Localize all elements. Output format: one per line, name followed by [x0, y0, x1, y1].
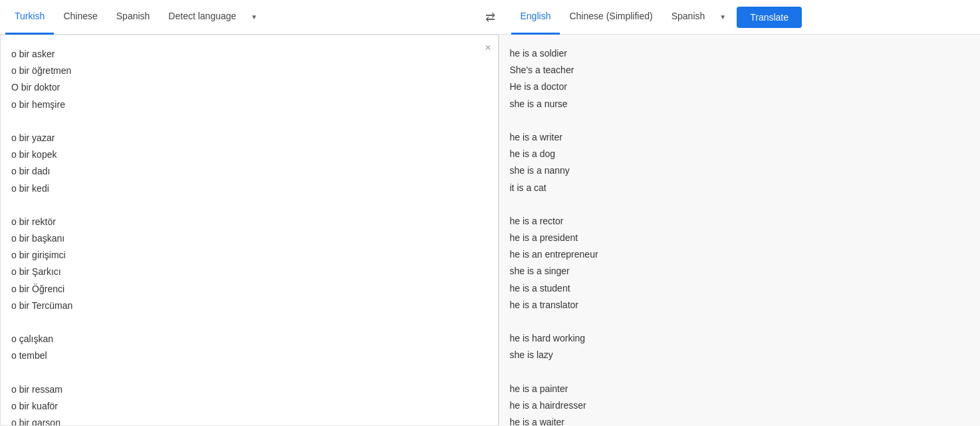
source-panel: × o bir asker o bir öğretmen O bir dokto…: [0, 35, 499, 426]
source-lang-dropdown[interactable]: ▼: [245, 0, 263, 35]
target-lang-dropdown[interactable]: ▼: [714, 0, 731, 35]
source-lang-spanish[interactable]: Spanish: [107, 0, 160, 35]
toolbar: Turkish Chinese Spanish Detect language …: [0, 0, 980, 35]
target-lang-chinese-simplified[interactable]: Chinese (Simplified): [560, 0, 662, 35]
target-lang-bar: English Chinese (Simplified) Spanish ▼ T…: [511, 0, 975, 35]
main-content: × o bir asker o bir öğretmen O bir dokto…: [0, 35, 980, 426]
source-lang-turkish[interactable]: Turkish: [5, 0, 54, 35]
target-lang-spanish[interactable]: Spanish: [662, 0, 715, 35]
clear-source-button[interactable]: ×: [485, 42, 491, 54]
translation-text: he is a soldier She's a teacher He is a …: [510, 45, 970, 426]
target-lang-english[interactable]: English: [511, 0, 560, 35]
source-lang-detect[interactable]: Detect language: [159, 0, 245, 35]
swap-languages-button[interactable]: ⇄: [475, 5, 506, 30]
source-lang-chinese[interactable]: Chinese: [54, 0, 106, 35]
source-text: o bir asker o bir öğretmen O bir doktor …: [11, 46, 471, 426]
target-lang-dropdown-arrow: ▼: [719, 13, 726, 21]
translate-button[interactable]: Translate: [737, 7, 802, 28]
source-lang-bar: Turkish Chinese Spanish Detect language …: [5, 0, 469, 35]
source-lang-dropdown-arrow: ▼: [251, 13, 257, 21]
translation-panel: he is a soldier She's a teacher He is a …: [499, 35, 981, 426]
